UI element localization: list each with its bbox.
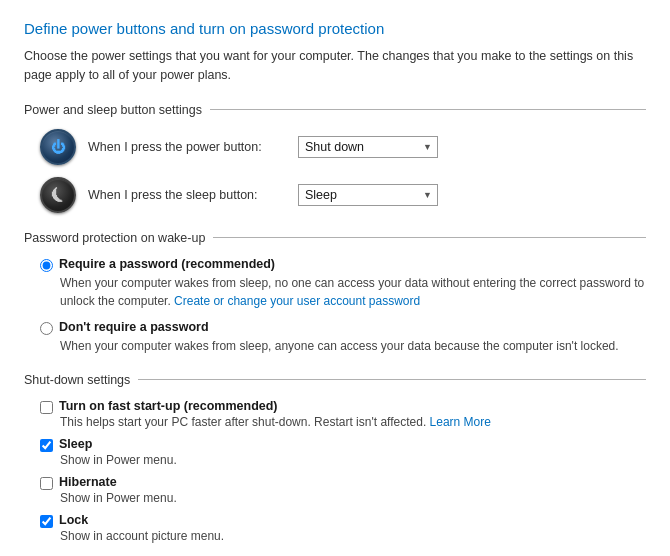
sleep-select-wrapper[interactable]: Do nothing Sleep Hibernate Shut down (298, 184, 438, 206)
shutdown-header: Shut-down settings (24, 373, 646, 387)
require-password-desc: When your computer wakes from sleep, no … (60, 274, 646, 310)
power-sleep-section: Power and sleep button settings ⏻ When I… (24, 103, 646, 213)
power-select-wrapper[interactable]: Do nothing Sleep Hibernate Shut down Tur… (298, 136, 438, 158)
learn-more-link[interactable]: Learn More (430, 415, 491, 429)
sleep-option: Sleep Show in Power menu. (40, 437, 646, 467)
fast-startup-desc: This helps start your PC faster after sh… (60, 415, 646, 429)
require-password-option: Require a password (recommended) When yo… (40, 257, 646, 310)
no-require-password-radio[interactable] (40, 322, 53, 335)
sleep-label: Sleep (59, 437, 92, 451)
shutdown-section: Shut-down settings Turn on fast start-up… (24, 373, 646, 543)
no-require-password-option: Don't require a password When your compu… (40, 320, 646, 355)
hibernate-option: Hibernate Show in Power menu. (40, 475, 646, 505)
lock-checkbox[interactable] (40, 515, 53, 528)
power-icon: ⏻ (40, 129, 76, 165)
sleep-button-label: When I press the sleep button: (88, 188, 298, 202)
change-password-link[interactable]: Create or change your user account passw… (174, 294, 420, 308)
lock-option: Lock Show in account picture menu. (40, 513, 646, 543)
power-button-label: When I press the power button: (88, 140, 298, 154)
fast-startup-checkbox[interactable] (40, 401, 53, 414)
power-sleep-header: Power and sleep button settings (24, 103, 646, 117)
shutdown-checkbox-group: Turn on fast start-up (recommended) This… (40, 399, 646, 543)
password-radio-group: Require a password (recommended) When yo… (40, 257, 646, 355)
sleep-icon: ⏾ (40, 177, 76, 213)
power-symbol: ⏻ (51, 140, 65, 154)
password-section: Password protection on wake-up Require a… (24, 231, 646, 355)
no-require-password-label: Don't require a password (59, 320, 209, 334)
require-password-radio[interactable] (40, 259, 53, 272)
require-password-label: Require a password (recommended) (59, 257, 275, 271)
no-require-password-desc: When your computer wakes from sleep, any… (60, 337, 646, 355)
power-button-row: ⏻ When I press the power button: Do noth… (40, 129, 646, 165)
fast-startup-option: Turn on fast start-up (recommended) This… (40, 399, 646, 429)
sleep-button-row: ⏾ When I press the sleep button: Do noth… (40, 177, 646, 213)
power-button-select[interactable]: Do nothing Sleep Hibernate Shut down Tur… (298, 136, 438, 158)
hibernate-desc: Show in Power menu. (60, 491, 646, 505)
lock-desc: Show in account picture menu. (60, 529, 646, 543)
password-header: Password protection on wake-up (24, 231, 646, 245)
page-title: Define power buttons and turn on passwor… (24, 20, 646, 37)
sleep-checkbox[interactable] (40, 439, 53, 452)
sleep-symbol: ⏾ (51, 188, 65, 202)
sleep-desc: Show in Power menu. (60, 453, 646, 467)
page-description: Choose the power settings that you want … (24, 47, 646, 85)
hibernate-label: Hibernate (59, 475, 117, 489)
fast-startup-label: Turn on fast start-up (recommended) (59, 399, 278, 413)
lock-label: Lock (59, 513, 88, 527)
hibernate-checkbox[interactable] (40, 477, 53, 490)
sleep-button-select[interactable]: Do nothing Sleep Hibernate Shut down (298, 184, 438, 206)
